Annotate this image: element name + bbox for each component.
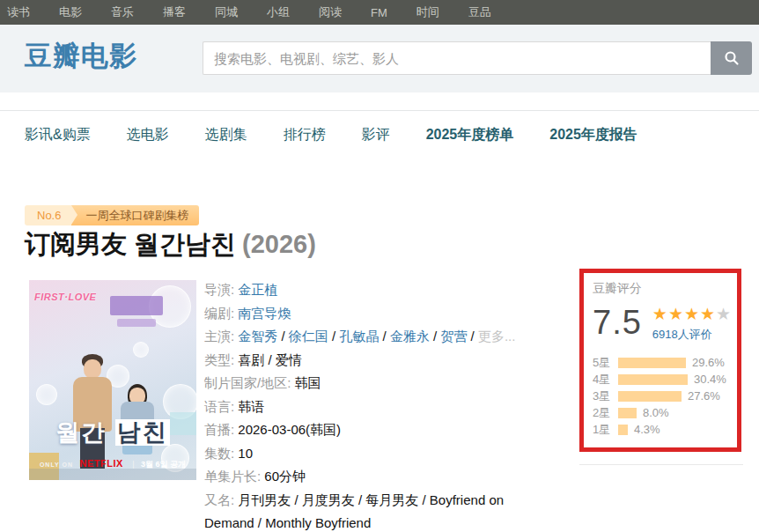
sub-nav-item[interactable]: 选剧集 <box>205 126 247 144</box>
votes-link[interactable]: 6918人评价 <box>652 327 732 343</box>
top-nav-item[interactable]: 阅读 <box>319 4 342 20</box>
info-link[interactable]: 金雅永 <box>390 329 430 344</box>
rating-percent: 30.4% <box>694 373 726 386</box>
star-level-label: 4星 <box>593 372 616 388</box>
info-link[interactable]: 南宫导煥 <box>238 306 291 321</box>
page-title: 订阅男友 월간남친(2026) <box>25 227 316 262</box>
info-row: 导演: 金正植 <box>204 278 555 302</box>
rating-bar <box>618 391 682 402</box>
info-text: / <box>379 329 390 344</box>
info-link[interactable]: 徐仁国 <box>289 329 328 344</box>
info-link[interactable]: 孔敏晶 <box>339 329 379 344</box>
info-label: 主演: <box>204 329 238 344</box>
info-text: 月刊男友 / 月度男友 / 每月男友 / Boyfriend on Demand… <box>204 492 504 531</box>
info-text: / <box>328 329 340 344</box>
top-nav-item[interactable]: 时间 <box>416 4 439 20</box>
site-logo[interactable]: 豆瓣电影 <box>25 38 137 75</box>
rating-bar-row: 1星4.3% <box>593 421 733 438</box>
rating-percent: 29.6% <box>692 356 725 369</box>
top-nav-item[interactable]: 读书 <box>7 4 30 20</box>
info-text: 2026-03-06(韩国) <box>238 422 341 437</box>
info-label: 制片国家/地区: <box>204 375 295 390</box>
info-row: 编剧: 南宫导煥 <box>204 302 555 326</box>
info-label: 集数: <box>204 446 238 461</box>
info-label: 编剧: <box>204 306 238 321</box>
info-text[interactable]: 更多... <box>478 329 516 344</box>
poster-bubble <box>36 384 57 405</box>
rating-percent: 27.6% <box>688 389 720 403</box>
top-nav-item[interactable]: 播客 <box>163 4 186 20</box>
movie-sub-nav: 影讯&购票选电影选剧集排行榜影评2025年度榜单2025年度报告 <box>0 110 759 159</box>
rating-percent: 8.0% <box>643 406 669 419</box>
info-row: 单集片长: 60分钟 <box>204 465 555 489</box>
top-nav-item[interactable]: 音乐 <box>111 4 134 20</box>
sub-nav-item[interactable]: 影讯&购票 <box>25 126 91 144</box>
site-header: 豆瓣电影 <box>0 25 759 92</box>
sub-nav-item[interactable]: 2025年度报告 <box>549 126 637 144</box>
info-label: 导演: <box>204 282 238 297</box>
sub-nav-item[interactable]: 排行榜 <box>284 126 326 144</box>
star-level-label: 3星 <box>593 388 616 404</box>
info-text: / <box>467 329 478 344</box>
search-button[interactable] <box>711 41 752 75</box>
info-label: 首播: <box>204 422 238 437</box>
rating-headline: 豆瓣评分 <box>593 281 733 297</box>
info-text: / <box>430 329 441 344</box>
poster-release-line: ONLY ON NETFLIX | 3월 6일 공개 <box>29 454 196 470</box>
poster-bubble <box>133 342 149 358</box>
top-nav-item[interactable]: 电影 <box>59 4 82 20</box>
search-bar <box>203 41 752 75</box>
rating-percent: 4.3% <box>634 423 660 436</box>
rank-number: No.6 <box>25 205 71 225</box>
rating-bar <box>618 425 628 435</box>
info-label: 又名: <box>204 492 238 507</box>
only-on-label: ONLY ON <box>40 462 73 468</box>
rating-annotation-box: 豆瓣评分 7.5 ★★★★★ 6918人评价 5星29.6%4星30.4%3星2… <box>579 269 741 452</box>
top-nav-item[interactable]: 小组 <box>267 4 290 20</box>
star-empty-icon: ★ <box>716 305 732 323</box>
search-input[interactable] <box>203 41 711 75</box>
star-full-icon: ★ <box>668 305 684 323</box>
info-link[interactable]: 金智秀 <box>238 329 277 344</box>
info-label: 语言: <box>204 399 238 414</box>
release-date: 3월 6일 공개 <box>141 460 186 469</box>
rating-bar <box>618 408 637 418</box>
movie-info-list: 导演: 金正植编剧: 南宫导煥主演: 金智秀 / 徐仁国 / 孔敏晶 / 金雅永… <box>204 278 555 532</box>
rank-list-link[interactable]: 一周全球口碑剧集榜 <box>71 205 199 225</box>
sub-nav-item[interactable]: 选电影 <box>127 126 169 144</box>
info-text: 喜剧 / 爱情 <box>238 352 302 367</box>
info-link[interactable]: 贺营 <box>440 329 467 344</box>
top-nav-item[interactable]: FM <box>371 6 387 19</box>
poster-caption-block <box>117 319 156 327</box>
info-text: / <box>277 329 289 344</box>
rating-bar-row: 3星27.6% <box>593 388 733 404</box>
info-label: 类型: <box>204 352 238 367</box>
poster-tagline: FIRST·LOVE <box>34 292 96 302</box>
rating-distribution: 5星29.6%4星30.4%3星27.6%2星8.0%1星4.3% <box>593 354 733 438</box>
star-level-label: 1星 <box>593 422 616 438</box>
rating-bar <box>618 358 686 368</box>
sub-nav-item[interactable]: 影评 <box>362 126 390 144</box>
top-nav: 读书电影音乐播客同城小组阅读FM时间豆品 <box>0 0 759 25</box>
star-full-icon: ★ <box>700 305 716 323</box>
info-text: 10 <box>238 446 253 461</box>
info-link[interactable]: 金正植 <box>238 282 277 297</box>
info-text: 韩国 <box>295 375 321 390</box>
rating-bar <box>618 374 688 385</box>
rank-badge: No.6 一周全球口碑剧集榜 <box>25 205 199 225</box>
star-level-label: 5星 <box>593 355 616 371</box>
poster-figure <box>84 359 101 379</box>
info-text: 60分钟 <box>264 469 306 484</box>
search-icon <box>723 49 741 67</box>
top-nav-item[interactable]: 同城 <box>215 4 238 20</box>
info-row: 集数: 10 <box>204 442 555 466</box>
movie-poster[interactable]: FIRST·LOVE 월간 남친 ONLY ON NETFLIX | 3월 6일… <box>29 280 196 480</box>
sub-nav-item[interactable]: 2025年度榜单 <box>426 126 514 144</box>
info-row: 类型: 喜剧 / 爱情 <box>204 349 555 373</box>
info-row: 又名: 月刊男友 / 月度男友 / 每月男友 / Boyfriend on De… <box>204 489 555 532</box>
info-row: 语言: 韩语 <box>204 395 555 419</box>
netflix-logo: NETFLIX <box>79 458 122 469</box>
top-nav-item[interactable]: 豆品 <box>468 4 491 20</box>
star-rating: ★★★★★ <box>652 306 732 323</box>
movie-title: 订阅男友 월간남친 <box>25 230 236 258</box>
